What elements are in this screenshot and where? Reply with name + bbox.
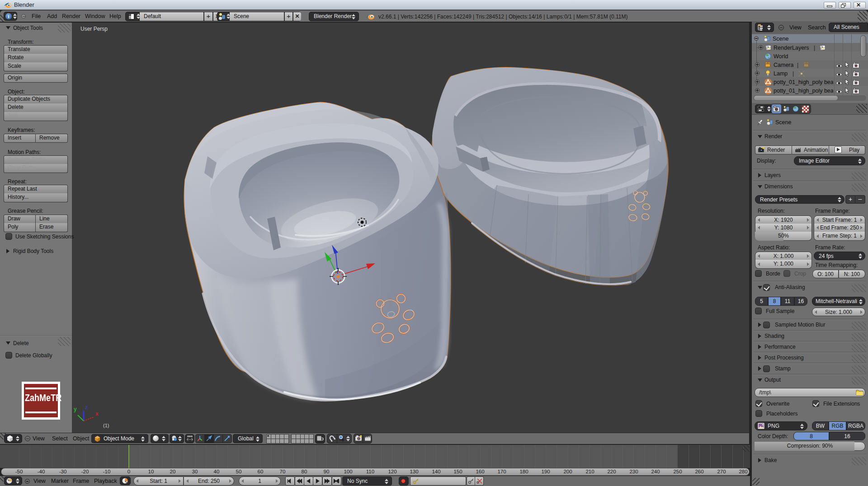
svg-text:z: z (85, 404, 88, 411)
svg-text:y: y (74, 406, 77, 412)
svg-text:x: x (95, 411, 99, 417)
